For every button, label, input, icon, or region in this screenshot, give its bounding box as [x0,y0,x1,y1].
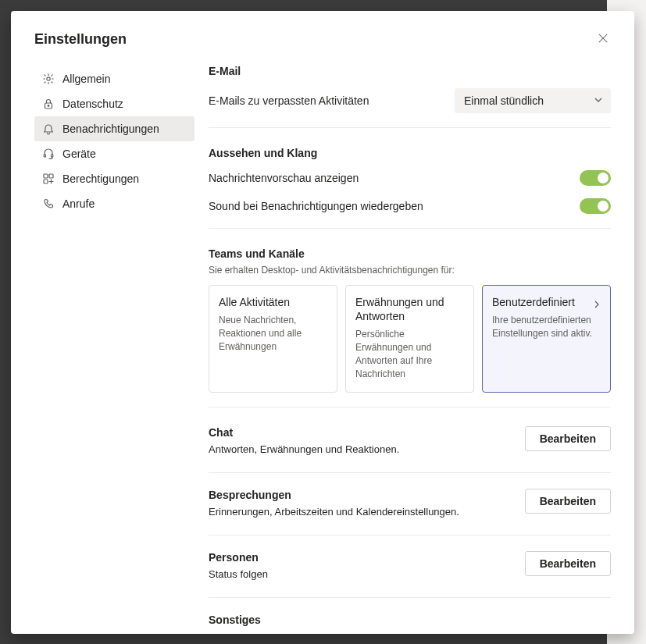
edit-section-2: PersonenStatus folgenBearbeiten [209,551,611,598]
phone-icon [42,197,55,210]
appearance-heading: Aussehen und Klang [209,147,611,159]
sidebar-item-label: Benachrichtigungen [62,123,159,135]
sidebar-item-label: Datenschutz [62,98,123,110]
notification-card-0[interactable]: Alle AktivitätenNeue Nachrichten, Reakti… [209,285,337,393]
sidebar-item-calls[interactable]: Anrufe [34,191,195,216]
svg-point-2 [47,77,50,80]
card-title: Erwähnungen und Antworten [355,295,464,323]
sidebar-item-label: Berechtigungen [62,173,139,185]
svg-rect-8 [49,174,53,178]
edit-section-title: Personen [209,551,268,564]
sidebar-item-label: Geräte [62,148,96,160]
svg-rect-9 [44,180,48,183]
teams-channels-sub: Sie erhalten Desktop- und Aktivitätsbena… [209,265,611,276]
close-button[interactable] [595,32,611,48]
card-title: Alle Aktivitäten [219,295,290,309]
section-other: Sonstiges [209,614,611,634]
sidebar-item-privacy[interactable]: Datenschutz [34,91,195,116]
sidebar-item-label: Anrufe [62,197,95,210]
card-desc: Neue Nachrichten, Reaktionen und alle Er… [219,314,327,353]
lock-icon [42,98,55,110]
sidebar-item-devices[interactable]: Geräte [34,141,195,166]
svg-point-4 [48,105,49,107]
notification-card-1[interactable]: Erwähnungen und AntwortenPersönliche Erw… [345,285,474,393]
edit-section-desc: Status folgen [209,568,268,580]
section-email: E-Mail E-Mails zu verpassten Aktivitäten… [209,65,611,128]
other-heading: Sonstiges [209,614,261,626]
sidebar-item-label: Allgemein [62,73,110,85]
edit-section-0: ChatAntworten, Erwähnungen und Reaktione… [209,426,611,473]
settings-sidebar: AllgemeinDatenschutzBenachrichtigungenGe… [34,62,195,634]
chevron-down-icon [594,94,603,107]
chevron-right-icon [593,298,601,311]
message-preview-toggle[interactable] [580,170,611,186]
edit-button[interactable]: Bearbeiten [525,551,611,576]
dropdown-value: Einmal stündlich [464,94,544,107]
sidebar-item-permissions[interactable]: Berechtigungen [34,166,195,191]
apps-icon [42,173,55,185]
notification-card-2[interactable]: BenutzerdefiniertIhre benutzerdefinierte… [482,285,611,393]
section-appearance: Aussehen und Klang Nachrichtenvorschau a… [209,147,611,229]
email-heading: E-Mail [209,65,611,77]
edit-section-desc: Erinnerungen, Arbeitszeiten und Kalender… [209,506,459,518]
edit-button[interactable]: Bearbeiten [525,489,611,514]
card-title: Benutzerdefiniert [492,295,575,309]
sidebar-item-notifications[interactable]: Benachrichtigungen [34,116,195,141]
edit-section-desc: Antworten, Erwähnungen und Reaktionen. [209,443,399,455]
bell-icon [42,123,55,135]
edit-section-title: Chat [209,426,399,439]
svg-rect-5 [44,155,45,157]
section-teams-channels: Teams und Kanäle Sie erhalten Desktop- u… [209,247,611,407]
notification-sound-toggle[interactable] [580,198,611,214]
settings-content: E-Mail E-Mails zu verpassten Aktivitäten… [195,62,611,634]
dialog-title: Einstellungen [34,31,127,48]
edit-section-title: Besprechungen [209,489,459,501]
close-icon [598,33,609,46]
settings-dialog: Einstellungen AllgemeinDatenschutzBenach… [11,11,634,634]
teams-channels-heading: Teams und Kanäle [209,247,611,260]
headset-icon [42,148,55,160]
svg-rect-7 [44,174,48,178]
edit-section-1: BesprechungenErinnerungen, Arbeitszeiten… [209,489,611,535]
card-desc: Ihre benutzerdefinierten Einstellungen s… [492,314,601,340]
edit-button[interactable]: Bearbeiten [525,426,611,451]
card-desc: Persönliche Erwähnungen und Antworten au… [355,328,464,380]
sidebar-item-general[interactable]: Allgemein [34,66,195,91]
missed-activity-dropdown[interactable]: Einmal stündlich [455,88,611,113]
gear-icon [42,73,55,85]
notification-sound-label: Sound bei Benachrichtigungen wiedergeben [209,200,423,212]
svg-rect-6 [52,155,53,157]
message-preview-label: Nachrichtenvorschau anzeigen [209,172,359,184]
missed-activity-label: E-Mails zu verpassten Aktivitäten [209,94,369,107]
